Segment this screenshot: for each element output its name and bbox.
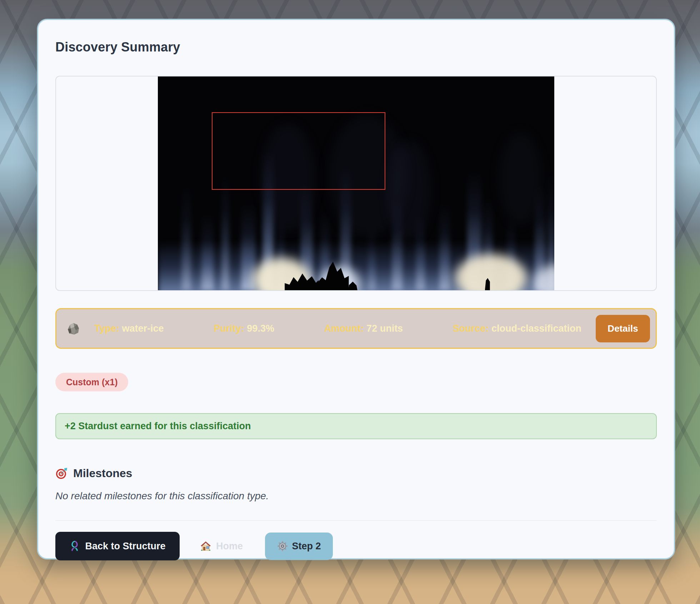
back-to-structure-label: Back to Structure (85, 541, 165, 552)
footer-buttons: Back to Structure Home (55, 532, 657, 560)
home-label: Home (216, 541, 243, 552)
divider (55, 520, 657, 521)
field-amount: Amount: 72 units (324, 323, 403, 334)
details-button[interactable]: Details (596, 315, 650, 342)
home-button[interactable]: Home (200, 540, 243, 552)
aurora-streak (439, 203, 450, 290)
milestones-empty-message: No related milestones for this classific… (55, 490, 657, 502)
step-2-label: Step 2 (292, 541, 321, 552)
stardust-reward-banner: +2 Stardust earned for this classificati… (55, 413, 657, 439)
aurora-streak (416, 213, 425, 290)
back-to-structure-button[interactable]: Back to Structure (55, 532, 180, 560)
dna-icon (69, 541, 80, 551)
aurora-streak (201, 213, 214, 290)
discovery-fields: Type: water-ice Purity: 99.3% Amount: 72… (94, 323, 581, 334)
aurora-streak (392, 197, 402, 290)
aurora-streak (368, 224, 376, 290)
aurora-streak (221, 172, 229, 290)
field-source: Source: cloud-classification (453, 323, 581, 334)
milestones-heading: Milestones (55, 466, 657, 480)
field-type: Type: water-ice (94, 323, 164, 334)
app-background: Discovery Summary (0, 0, 700, 604)
discovery-banner: Type: water-ice Purity: 99.3% Amount: 72… (55, 308, 657, 349)
target-icon (55, 467, 68, 480)
aurora-streak (182, 183, 191, 290)
page-title: Discovery Summary (55, 39, 657, 55)
aurora-image (158, 76, 554, 290)
stardust-reward-text: +2 Stardust earned for this classificati… (65, 421, 251, 432)
badge-row: Custom (x1) (55, 373, 657, 391)
milestones-heading-text: Milestones (73, 467, 132, 480)
classified-image-panel (55, 76, 657, 291)
field-purity: Purity: 99.3% (214, 323, 274, 334)
step-2-button[interactable]: Step 2 (265, 533, 333, 560)
home-icon (200, 540, 212, 552)
gear-icon (277, 541, 288, 551)
discovery-summary-card: Discovery Summary (37, 19, 675, 559)
classification-badge: Custom (x1) (55, 373, 128, 391)
annotation-rectangle (212, 112, 385, 189)
rock-icon (66, 321, 81, 336)
